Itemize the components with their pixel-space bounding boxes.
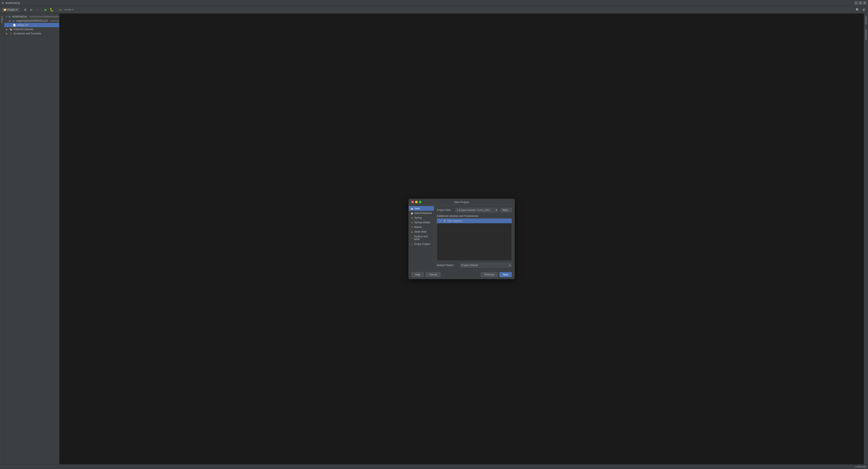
framework-sql-support[interactable]: ✓ 🗄 SQL Support xyxy=(437,219,512,223)
tree-label: e9App.iml xyxy=(17,24,28,27)
frameworks-list: ✓ 🗄 SQL Support xyxy=(437,218,512,261)
sidebar-type-label: Java xyxy=(414,207,420,210)
sdk-label: Project SDK: xyxy=(437,209,454,212)
previous-button[interactable]: Previous xyxy=(481,272,498,277)
separator-3 xyxy=(56,8,56,12)
search-button[interactable]: 🔍 xyxy=(855,7,860,12)
minimize-button[interactable]: – xyxy=(855,1,858,5)
sdk-value: 1.8 (java version "1.8.0_231") xyxy=(457,209,490,212)
structure-tab[interactable]: Structure xyxy=(864,14,868,27)
sql-icon: 🗄 xyxy=(443,219,446,222)
dropdown-arrow-icon: ▾ xyxy=(496,209,497,212)
maximize-button[interactable]: ⊡ xyxy=(859,1,862,5)
sidebar-type-label: Empty Project xyxy=(414,243,430,246)
new-project-dialog: New Project ☕ Java ☕ Java Enterprise xyxy=(408,199,515,279)
tree-label: External Libraries xyxy=(13,28,33,31)
web-icon: ◎ xyxy=(410,230,413,233)
arrow-icon: ▾ xyxy=(6,15,7,18)
path-label: ~/work/project/e9App/detailImp xyxy=(28,15,59,18)
project-icon: 📁 xyxy=(3,8,7,11)
git-status: CSDN ●录 xyxy=(855,465,866,468)
app-icon: ⚙ xyxy=(2,1,4,4)
project-type-spring[interactable]: ✿ Spring xyxy=(409,215,434,220)
maven-icon: M xyxy=(410,226,413,228)
gear-button[interactable]: ⚙ xyxy=(861,7,866,12)
dropdown-arrow-icon: ▾ xyxy=(509,264,510,267)
right-tab-strip: Structure Bookmarks xyxy=(864,13,868,464)
frameworks-section: Additional Libraries and Frameworks: ✓ 🗄… xyxy=(437,215,512,261)
dialect-label: Default Dialect: xyxy=(437,264,458,267)
folder-icon: 📚 xyxy=(9,28,13,31)
project-type-spring-initialzr[interactable]: ✿ Spring Initialzr xyxy=(409,220,434,225)
sql-checkbox[interactable]: ✓ xyxy=(439,219,442,222)
arrow-icon: ▶ xyxy=(9,20,11,22)
cancel-button[interactable]: Cancel xyxy=(426,272,441,277)
project-label: Project xyxy=(7,8,15,11)
sidebar-type-label: Node.js and NPM xyxy=(414,235,432,241)
project-type-maven[interactable]: M Maven xyxy=(409,225,434,229)
sidebar-type-label: Maven xyxy=(414,226,422,228)
dialog-title-bar: New Project xyxy=(409,199,515,205)
sidebar-type-label: Static Web xyxy=(414,230,427,233)
more-button[interactable]: ⋯ xyxy=(35,7,40,12)
sidebar-type-label: Spring Initialzr xyxy=(414,221,430,224)
project-type-java-enterprise[interactable]: ☕ Java Enterprise xyxy=(409,211,434,215)
spring-icon: ✿ xyxy=(410,216,413,219)
title-bar-left: ⚙ detailImpExp xyxy=(2,1,20,4)
minimize-traffic-light[interactable] xyxy=(415,201,418,203)
tree-item-detailimpexp[interactable]: ▾ ▤ detailImpExp ~/work/project/e9App/de… xyxy=(4,14,59,19)
footer-left: Help Cancel xyxy=(411,272,441,277)
dialog-title: New Project xyxy=(454,200,469,204)
tree-item-external-libs[interactable]: ▶ 📚 External Libraries xyxy=(4,27,59,31)
file-icon: 📄 xyxy=(13,23,16,27)
dialog-overlay: New Project ☕ Java ☕ Java Enterprise xyxy=(59,13,864,464)
maximize-traffic-light[interactable] xyxy=(419,201,422,203)
sidebar-type-label: Spring xyxy=(414,216,422,219)
app-title: detailImpExp xyxy=(5,1,20,4)
close-button[interactable]: ✕ xyxy=(863,1,866,5)
scratch-icon: 🗒 xyxy=(9,32,13,35)
project-type-static-web[interactable]: ◎ Static Web xyxy=(409,229,434,234)
settings-button[interactable]: ⚙ xyxy=(23,7,28,12)
project-type-empty[interactable]: □ Empty Project xyxy=(409,242,434,246)
debug-button[interactable]: 🐛 xyxy=(49,7,54,12)
git-remote[interactable]: remote ▾ xyxy=(64,8,73,11)
project-tree: ▾ ▤ detailImpExp ~/work/project/e9App/de… xyxy=(4,13,59,464)
tree-item-wageimpexp[interactable]: ▶ ▤ wageImpExp202004251122 ~/work/projec… xyxy=(4,19,59,23)
project-dropdown[interactable]: 📁 Project ▾ xyxy=(2,8,19,12)
tree-label: wageImpExp202004251122 xyxy=(16,19,48,22)
project-type-java[interactable]: ☕ Java xyxy=(409,206,434,211)
sidebar-type-label: Java Enterprise xyxy=(414,212,432,215)
run-button[interactable]: ▶ xyxy=(43,7,49,12)
java-ee-icon: ☕ xyxy=(410,212,413,215)
traffic-lights xyxy=(411,201,422,203)
sdk-new-button[interactable]: New... xyxy=(500,208,512,212)
sync-button[interactable]: ⇄ xyxy=(29,7,34,12)
spring-init-icon: ✿ xyxy=(410,221,413,224)
dialog-main-content: Project SDK: 1.8 (java version "1.8.0_23… xyxy=(434,205,515,270)
title-bar: ⚙ detailImpExp – ⊡ ✕ xyxy=(0,0,868,6)
next-button[interactable]: Next xyxy=(499,272,512,277)
path-label: ~/work/project/w xyxy=(50,20,59,22)
toolbar-right: 🔍 ⚙ xyxy=(855,7,866,12)
tree-label: detailImpExp xyxy=(12,15,27,18)
dialect-select[interactable]: Project Default ▾ xyxy=(460,263,512,268)
dropdown-arrow-icon: ▾ xyxy=(16,8,18,11)
project-type-nodejs[interactable]: ⬡ Node.js and NPM xyxy=(409,234,434,242)
tree-label: Scratches and Consoles xyxy=(13,32,41,35)
tree-item-scratches[interactable]: ▶ 🗒 Scratches and Consoles xyxy=(4,31,59,36)
status-right: CSDN ●录 xyxy=(855,465,866,468)
help-button[interactable]: Help xyxy=(411,272,424,277)
dialect-value: Project Default xyxy=(461,264,478,267)
project-tab[interactable]: Project xyxy=(0,14,4,24)
main-area: Project ▾ ▤ detailImpExp ~/work/project/… xyxy=(0,13,868,464)
close-traffic-light[interactable] xyxy=(411,201,414,203)
sdk-select[interactable]: 1.8 (java version "1.8.0_231") ▾ xyxy=(456,208,498,212)
sdk-row: Project SDK: 1.8 (java version "1.8.0_23… xyxy=(437,208,512,212)
dialog-footer: Help Cancel Previous Next xyxy=(409,270,515,279)
arrow-icon: ▶ xyxy=(6,32,8,35)
left-tab-strip: Project xyxy=(0,13,4,464)
tree-item-e9app-iml[interactable]: 📄 e9App.iml xyxy=(4,23,59,27)
bookmarks-tab[interactable]: Bookmarks xyxy=(864,27,868,41)
footer-right: Previous Next xyxy=(481,272,512,277)
